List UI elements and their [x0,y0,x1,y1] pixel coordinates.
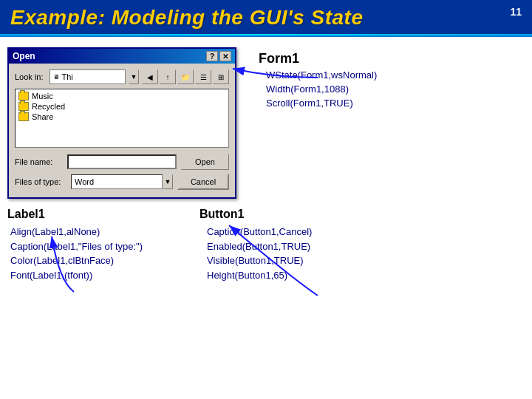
slide-number: 11 [510,6,522,18]
combo-arrow[interactable]: ▼ [163,174,173,189]
look-in-icon: 🖥 [53,73,60,81]
up-button[interactable]: ↑ [160,69,176,84]
cancel-button[interactable]: Cancel [177,174,229,190]
button1-area: Button1 Caption(Button1,Cancel) Enabled(… [170,208,517,282]
main-content: Open ? ✕ Look in: 🖥 Thi ▼ ◀ [0,37,532,206]
title-bar: Example: Modeling the GUI's State 11 [0,0,532,34]
look-in-label: Look in: [15,72,44,81]
details-view-button[interactable]: ⊞ [213,69,229,84]
dialog-content: Look in: 🖥 Thi ▼ ◀ ↑ 📁 ☰ ⊞ [9,64,235,197]
button1-title: Button1 [200,208,517,221]
look-in-combo[interactable]: 🖥 Thi [50,69,126,84]
list-item[interactable]: Recycled [17,101,227,112]
dialog-title: Open [13,51,35,61]
form1-title: Form1 [259,51,517,66]
files-of-type-row: Files of type: Word ▼ Cancel [15,174,229,190]
button1-detail-3: Visible(Button1,TRUE) [207,253,517,268]
file-name-label: File name: [15,157,63,166]
label1-detail-3: Color(Label1,clBtnFace) [10,253,170,268]
form1-panel: Form1 WState(Form1,wsNormal) Width(Form1… [236,47,517,199]
form1-detail-1: WState(Form1,wsNormal) [266,69,517,83]
list-item[interactable]: Music [17,91,227,101]
combo-display[interactable]: Word [71,174,163,189]
label1-detail-1: Align(Label1,alNone) [10,225,170,239]
file-name-recycled: Recycled [32,102,65,111]
open-button[interactable]: Open [181,154,229,170]
look-in-arrow[interactable]: ▼ [129,69,139,84]
form-rows: File name: Open Files of type: Word [15,154,229,190]
file-list[interactable]: Music Recycled Share [15,89,229,148]
folder-icon [18,102,29,111]
dialog-titlebar: Open ? ✕ [9,49,235,64]
file-name-music: Music [32,92,53,100]
dialog-area: Open ? ✕ Look in: 🖥 Thi ▼ ◀ [7,47,236,199]
file-name-row: File name: Open [15,154,229,170]
folder-icon [18,92,29,100]
button1-detail-2: Enabled(Button1,TRUE) [207,239,517,254]
form1-detail-3: Scroll(Form1,TRUE) [266,97,517,111]
close-button[interactable]: ✕ [219,51,231,61]
files-of-type-combo[interactable]: Word ▼ [71,174,173,189]
button1-detail-1: Caption(Button1,Cancel) [207,225,517,239]
file-name-input[interactable] [67,154,177,169]
files-of-type-value: Word [75,177,94,186]
help-button[interactable]: ? [206,51,218,61]
new-folder-button[interactable]: 📁 [177,69,194,84]
titlebar-buttons: ? ✕ [206,51,231,61]
files-of-type-label: Files of type: [15,177,66,186]
label1-details: Align(Label1,alNone) Caption(Label1,"Fil… [7,225,170,282]
toolbar-icons: ◀ ↑ 📁 ☰ ⊞ [142,69,229,84]
list-view-button[interactable]: ☰ [195,69,211,84]
label1-title: Label1 [7,208,170,221]
look-in-row: Look in: 🖥 Thi ▼ ◀ ↑ 📁 ☰ ⊞ [15,69,229,84]
folder-icon [18,112,29,121]
look-in-value: Thi [62,72,73,81]
label1-detail-4: Font(Label1,(tfont)) [10,268,170,283]
list-item[interactable]: Share [17,112,227,122]
label1-area: Label1 Align(Label1,alNone) Caption(Labe… [7,208,170,282]
file-name-share: Share [32,112,53,121]
back-button[interactable]: ◀ [142,69,158,84]
page-title: Example: Modeling the GUI's State [10,6,363,30]
open-dialog: Open ? ✕ Look in: 🖥 Thi ▼ ◀ [7,47,236,199]
form1-details: WState(Form1,wsNormal) Width(Form1,1088)… [259,69,517,111]
button1-details: Caption(Button1,Cancel) Enabled(Button1,… [200,225,517,282]
bottom-section: Label1 Align(Label1,alNone) Caption(Labe… [0,208,532,282]
form1-detail-2: Width(Form1,1088) [266,83,517,97]
label1-detail-2: Caption(Label1,"Files of type:") [10,239,170,254]
form1-info: Form1 WState(Form1,wsNormal) Width(Form1… [259,51,517,111]
button1-detail-4: Height(Button1,65) [207,268,517,283]
